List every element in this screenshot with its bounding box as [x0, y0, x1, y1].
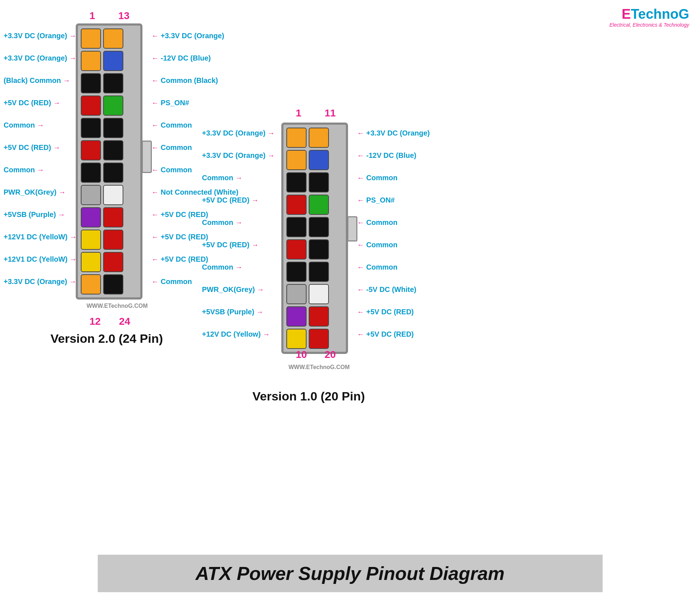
- pin20-5: [286, 217, 307, 237]
- pin-num-1-20: 1: [296, 107, 301, 119]
- label-l4-20: +5V DC (RED): [202, 196, 259, 204]
- pin20-17: [309, 262, 329, 282]
- label-r12-24: Common: [151, 278, 192, 286]
- pin20-12: [309, 150, 329, 170]
- label-l6-20: +5V DC (RED): [202, 241, 259, 249]
- label-l2-20: +3.3V DC (Orange): [202, 151, 275, 160]
- label-r4-20: PS_ON#: [357, 196, 395, 204]
- pin-num-1-24: 1: [89, 10, 95, 22]
- label-r9-24: +5V DC (RED): [151, 210, 208, 219]
- label-r6-24: Common: [151, 143, 192, 152]
- label-r10-24: +5V DC (RED): [151, 233, 208, 241]
- title-text: ATX Power Supply Pinout Diagram: [195, 563, 505, 584]
- pin-num-12-24: 12: [89, 316, 101, 327]
- pin-num-10-20: 10: [296, 349, 307, 360]
- label-l2-24: +3.3V DC (Orange): [4, 54, 76, 62]
- label-l9-20: +5VSB (Purple): [202, 308, 264, 316]
- pin-16: [103, 96, 123, 116]
- pin-18: [103, 140, 123, 160]
- label-r4-24: PS_ON#: [151, 99, 189, 107]
- label-l5-20: Common: [202, 218, 242, 227]
- pin20-3: [286, 172, 307, 192]
- connector-20pin: [281, 123, 348, 354]
- label-r7-20: Common: [357, 263, 397, 271]
- pin20-20: [309, 329, 329, 349]
- label-r6-20: Common: [357, 241, 397, 249]
- label-l11-24: +12V1 DC (YelloW): [4, 255, 77, 263]
- label-l7-20: Common: [202, 263, 242, 271]
- pin-8: [81, 185, 101, 205]
- label-r9-20: +5V DC (RED): [357, 308, 414, 316]
- label-l3-24: (Black) Common: [4, 76, 70, 85]
- pin20-7: [286, 262, 307, 282]
- label-l5-24: Common: [4, 121, 44, 129]
- pin20-10: [286, 329, 307, 349]
- pin-5: [81, 118, 101, 138]
- pin-num-13-24: 13: [118, 10, 129, 22]
- pin-14: [103, 51, 123, 71]
- latch-24pin: [142, 141, 152, 173]
- label-l8-20: PWR_OK(Grey): [202, 285, 264, 294]
- main-container: ETechnoG Electrical, Electronics & Techn…: [0, 0, 700, 603]
- pin20-11: [309, 128, 329, 148]
- pin-3: [81, 73, 101, 93]
- label-l1-24: +3.3V DC (Orange): [4, 32, 76, 40]
- pin20-19: [309, 306, 329, 327]
- pin-22: [103, 230, 123, 250]
- label-l8-24: PWR_OK(Grey): [4, 188, 66, 196]
- label-r2-24: -12V DC (Blue): [151, 54, 211, 62]
- label-r1-20: +3.3V DC (Orange): [357, 129, 430, 137]
- pin-11: [81, 252, 101, 272]
- version-24-label: Version 2.0 (24 Pin): [50, 332, 163, 346]
- pin-15: [103, 73, 123, 93]
- pin-num-20-20: 20: [325, 349, 336, 360]
- pin-23: [103, 252, 123, 272]
- label-l4-24: +5V DC (RED): [4, 99, 60, 107]
- label-l12-24: +3.3V DC (Orange): [4, 278, 76, 286]
- pin20-9: [286, 306, 307, 327]
- label-l9-24: +5VSB (Purple): [4, 210, 65, 219]
- pin-2: [81, 51, 101, 71]
- label-l3-20: Common: [202, 174, 242, 182]
- label-r5-24: Common: [151, 121, 192, 129]
- pin20-1: [286, 128, 307, 148]
- pin20-4: [286, 195, 307, 215]
- version-20-label: Version 1.0 (20 Pin): [252, 389, 365, 403]
- connector-24pin: [76, 23, 142, 300]
- pin-17: [103, 118, 123, 138]
- watermark-20pin: WWW.ETechnoG.COM: [289, 364, 349, 371]
- logo-subtitle: Electrical, Electronics & Technology: [609, 22, 689, 28]
- pin20-16: [309, 239, 329, 260]
- pin-10: [81, 230, 101, 250]
- pin-9: [81, 207, 101, 227]
- logo-e: E: [622, 6, 631, 22]
- pin-21: [103, 207, 123, 227]
- label-r5-20: Common: [357, 218, 397, 227]
- label-r1-24: +3.3V DC (Orange): [151, 32, 224, 40]
- pin-13: [103, 28, 123, 49]
- pin-7: [81, 163, 101, 183]
- label-r8-20: -5V DC (White): [357, 285, 416, 294]
- label-r11-24: +5V DC (RED): [151, 255, 208, 263]
- pin-24: [103, 274, 123, 294]
- pin-12: [81, 274, 101, 294]
- latch-20pin: [347, 216, 357, 241]
- pin20-15: [309, 217, 329, 237]
- label-r3-20: Common: [357, 174, 397, 182]
- label-r7-24: Common: [151, 166, 192, 174]
- label-l7-24: Common: [4, 166, 44, 174]
- label-l6-24: +5V DC (RED): [4, 143, 60, 152]
- label-l10-24: +12V1 DC (YelloW): [4, 233, 77, 241]
- pin20-13: [309, 172, 329, 192]
- pin-20: [103, 185, 123, 205]
- pin-1: [81, 28, 101, 49]
- label-r8-24: Not Connected (White): [151, 188, 238, 196]
- pin20-2: [286, 150, 307, 170]
- label-r3-24: Common (Black): [151, 76, 218, 85]
- pin-num-11-20: 11: [325, 107, 336, 119]
- pin-19: [103, 163, 123, 183]
- pin20-18: [309, 284, 329, 304]
- pin20-8: [286, 284, 307, 304]
- label-r2-20: -12V DC (Blue): [357, 151, 416, 160]
- watermark-24pin: WWW.ETechnoG.COM: [87, 303, 148, 309]
